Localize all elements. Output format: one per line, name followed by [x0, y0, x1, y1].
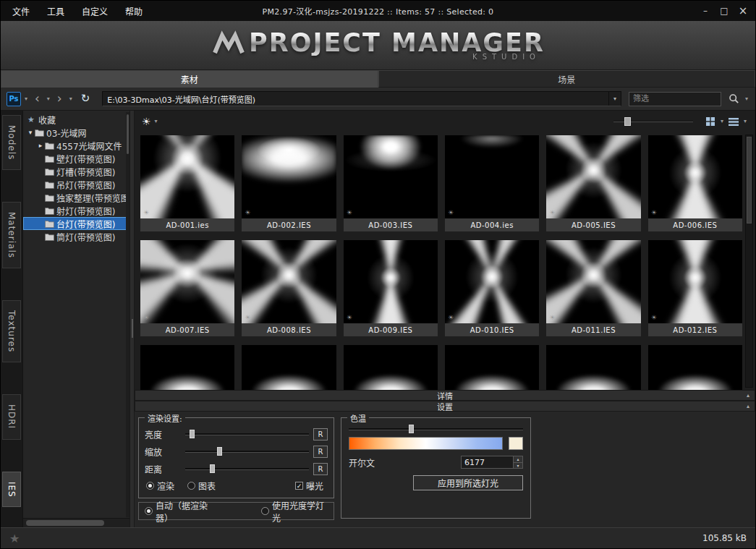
light-source-radio-2[interactable]: 使用光度学灯光 [261, 499, 328, 524]
tree-horizontal-scrollbar[interactable] [23, 518, 129, 527]
path-combobox[interactable]: E:\03-3Dmax\03-光域网\台灯(带预览图) ▾ [102, 91, 621, 106]
light-source-radio-1[interactable]: 自动（据渲染器） [145, 499, 219, 524]
grid-scrollbar[interactable] [745, 135, 753, 388]
menu-item-1[interactable]: 文件 [4, 1, 38, 21]
thumbnail-item[interactable]: ☀AD-009.IES [344, 240, 438, 336]
category-tab-ies[interactable]: IES [2, 472, 21, 508]
maximize-button[interactable]: □ [715, 3, 734, 19]
grid-view-dropdown-icon[interactable]: ▾ [719, 119, 725, 124]
slider-thumb[interactable] [217, 447, 222, 456]
tree-item-label: 筒灯(带预览图) [54, 231, 115, 243]
tree-item-favorites[interactable]: ★ 收藏 [23, 113, 129, 126]
slider-thumb[interactable] [190, 430, 195, 438]
thumbnail-item[interactable]: ☀ [242, 345, 336, 390]
main-tab-2[interactable]: 场景 [378, 70, 756, 88]
reset-button[interactable]: R [313, 446, 328, 458]
slider-thumb[interactable] [409, 425, 414, 433]
refresh-button[interactable]: ↻ [76, 93, 95, 104]
settings-panel-tab[interactable]: 设置 ▴ [135, 401, 755, 412]
search-dropdown-icon[interactable]: ▾ [744, 96, 749, 102]
photoshop-dropdown-icon[interactable]: ▾ [23, 96, 29, 102]
reset-button[interactable]: R [313, 428, 328, 441]
category-tab-models[interactable]: Models [2, 115, 21, 170]
exposure-checkbox[interactable]: ✓曝光 [295, 480, 323, 492]
scrollbar-thumb[interactable] [26, 520, 104, 526]
kelvin-spin-down-icon[interactable]: ▾ [514, 462, 522, 469]
temperature-slider[interactable] [349, 424, 523, 434]
settings-collapse-icon[interactable]: ▴ [747, 403, 749, 409]
photoshop-button[interactable]: Ps [7, 92, 21, 106]
tree-expander-icon[interactable]: ▾ [26, 129, 35, 136]
thumbnail-image: ☀ [242, 240, 336, 323]
minimize-button[interactable]: – [696, 3, 715, 19]
thumbnail-item[interactable]: ☀ [546, 345, 640, 390]
thumbnail-item[interactable]: ☀AD-008.IES [242, 240, 336, 336]
thumbnail-item[interactable]: ☀AD-012.IES [648, 240, 742, 336]
tree-item[interactable]: 吊灯(带预览图) [23, 178, 129, 191]
tree-item[interactable]: 独家整理(带预览图) [23, 191, 129, 204]
slider-track[interactable] [185, 429, 309, 439]
light-distribution-preview [648, 240, 742, 323]
brightness-icon[interactable]: ☀ [142, 116, 151, 127]
tree-item[interactable]: 灯槽(带预览图) [23, 165, 129, 178]
category-tab-hdri[interactable]: HDRI [2, 394, 21, 439]
slider-thumb[interactable] [624, 117, 631, 126]
thumbnail-item[interactable]: ☀AD-001.ies [140, 135, 234, 231]
details-collapse-icon[interactable]: ▴ [747, 392, 749, 399]
filter-input[interactable] [629, 94, 721, 103]
details-panel-tab[interactable]: 详情 ▴ [135, 390, 755, 401]
back-button[interactable]: ‹ [31, 93, 43, 105]
kelvin-spin-up-icon[interactable]: ▴ [514, 456, 522, 462]
grid-view-icon[interactable] [704, 116, 717, 127]
reset-button[interactable]: R [313, 463, 328, 475]
path-dropdown-icon[interactable]: ▾ [608, 92, 621, 106]
thumbnail-item[interactable]: ☀AD-007.IES [140, 240, 234, 336]
category-tab-materials[interactable]: Materials [2, 202, 21, 268]
close-button[interactable]: × [734, 3, 752, 19]
thumbnail-item[interactable]: ☀AD-002.IES [242, 135, 336, 231]
thumbnail-item[interactable]: ☀ [648, 345, 742, 390]
forward-button[interactable]: › [54, 93, 66, 105]
thumbnail-item[interactable]: ☀AD-004.ies [445, 135, 539, 231]
thumbnail-item[interactable]: ☀AD-005.IES [546, 135, 640, 231]
render-mode-radio-1[interactable]: 渲染 [146, 480, 174, 492]
list-view-icon[interactable] [727, 117, 740, 127]
status-star-icon[interactable]: ★ [9, 532, 20, 545]
light-bulb-icon: ☀ [448, 314, 454, 321]
thumbnail-item[interactable]: ☀ [445, 345, 539, 390]
thumbnail-item[interactable]: ☀AD-006.IES [648, 135, 742, 231]
slider-track[interactable] [185, 446, 309, 456]
tree-item[interactable]: 壁灯(带预览图) [23, 152, 129, 165]
render-mode-radio-2[interactable]: 图表 [187, 480, 216, 492]
main-tab-1[interactable]: 素材 [1, 70, 378, 88]
thumbnail-item[interactable]: ☀AD-011.IES [546, 240, 640, 336]
tree-item[interactable]: ▸4557光域网文件 [23, 139, 129, 152]
thumbnail-size-slider[interactable] [613, 116, 693, 127]
scrollbar-thumb[interactable] [747, 137, 752, 224]
thumbnail-item[interactable]: ☀AD-003.IES [344, 135, 438, 231]
temperature-gradient-bar[interactable] [349, 437, 503, 450]
thumbnail-item[interactable]: ☀ [344, 345, 438, 390]
thumbnail-item[interactable]: ☀ [140, 345, 234, 390]
apply-to-lights-button[interactable]: 应用到所选灯光 [413, 475, 523, 490]
tree-item[interactable]: ▾03-光域网 [23, 126, 129, 139]
menu-item-2[interactable]: 工具 [38, 1, 73, 21]
menu-item-3[interactable]: 自定义 [73, 1, 116, 21]
slider-thumb[interactable] [210, 464, 215, 473]
menu-item-4[interactable]: 帮助 [116, 1, 151, 21]
brightness-dropdown-icon[interactable]: ▾ [153, 119, 159, 124]
slider-track[interactable] [185, 464, 309, 474]
category-tab-textures[interactable]: Textures [2, 300, 21, 362]
tree-expander-icon[interactable]: ▸ [36, 142, 45, 149]
panel-splitter[interactable] [129, 111, 135, 527]
scrollbar-thumb[interactable] [127, 114, 129, 154]
kelvin-input[interactable] [462, 456, 513, 468]
tree-item[interactable]: 筒灯(带预览图) [23, 230, 129, 243]
tree-item[interactable]: 台灯(带预览图) [23, 217, 129, 230]
thumbnail-item[interactable]: ☀AD-010.IES [445, 240, 539, 336]
list-view-dropdown-icon[interactable]: ▾ [742, 119, 748, 124]
forward-dropdown-icon[interactable]: ▾ [68, 96, 74, 102]
search-icon[interactable] [726, 93, 742, 104]
tree-item[interactable]: 射灯(带预览图) [23, 204, 129, 217]
back-dropdown-icon[interactable]: ▾ [46, 96, 51, 102]
